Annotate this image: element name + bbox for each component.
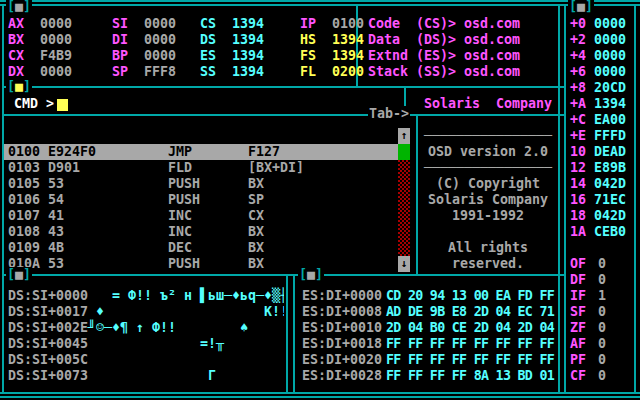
mem-address[interactable]: ES:DI+0008 [302,304,382,320]
stack-value: 042D [594,176,626,192]
flag-value: 0 [598,320,606,336]
reg-value: 0100 [332,16,364,32]
about-rights: reserved. [418,256,558,272]
about-rights: All rights [418,240,558,256]
mem-address[interactable]: DS:SI+005C [8,352,88,368]
stack-offset: +A [570,96,586,112]
border-line [286,274,288,392]
bracket: ] [23,267,31,282]
mem-chars: =!╥ [88,336,224,352]
flag-value: 0 [598,336,606,352]
mem-address[interactable]: ES:DI+0010 [302,320,382,336]
mem-bytes: FF FF FF FF 8A 13 BD 01 [386,368,554,384]
mem-bytes: 2D 04 B0 CE 2D 04 2D 04 [386,320,554,336]
ds-window-menu[interactable]: [■] [6,267,32,282]
stack-offset: 18 [570,208,586,224]
bracket: ] [585,0,593,14]
flag-value: 0 [598,256,606,272]
stack-value: 042D [594,208,626,224]
reg-label: IP [300,16,316,32]
mem-address[interactable]: DS:SI+0017 [8,304,88,320]
scrollbar-thumb[interactable] [398,144,410,160]
stack-value: EA00 [594,112,626,128]
flag-value: 0 [598,352,606,368]
es-window-menu[interactable]: [■] [298,267,324,282]
segment-map-line: Data (DS)> osd.com [368,32,520,48]
stack-value: 0000 [594,64,626,80]
flag-label: SF [570,304,586,320]
stack-offset: 1A [570,224,586,240]
border-line [564,6,566,392]
mem-address[interactable]: ES:DI+0020 [302,352,382,368]
mem-address[interactable]: DS:SI+0073 [8,368,88,384]
about-version: OSD version 2.0 [418,144,558,160]
stack-value: FFFD [594,128,626,144]
reg-value: 1394 [332,48,364,64]
mem-address[interactable]: ES:DI+0028 [302,368,382,384]
debugger-screen: [■] [■] [■] [■] [■] AX0000SI0000CS1394IP… [0,0,640,400]
stack-value: CEB0 [594,224,626,240]
bracket: [ [299,267,307,282]
mem-chars: ╜☺─♦¶ ↑ Ф!! ♠ [88,320,248,336]
reg-label: HS [300,32,316,48]
bracket: ] [315,267,323,282]
stack-offset: 10 [570,144,586,160]
mem-bytes: FF FF FF FF FF FF FF FF [386,352,554,368]
window-menu-icon: ■ [15,267,23,282]
brand-title: Solaris Company [424,96,552,112]
flag-label: PF [570,352,586,368]
bracket: [ [569,0,577,14]
stack-value: 71EC [594,192,626,208]
mem-bytes: AD DE 9B E8 2D 04 EC 71 [386,304,554,320]
segment-map-line: Code (CS)> osd.com [368,16,520,32]
scrollbar-track[interactable] [398,160,410,256]
window-menu-icon-active: ■ [15,79,23,94]
scroll-down-button[interactable]: ↓ [398,256,410,272]
border-line [558,6,560,392]
bracket: ] [23,79,31,94]
segment-map-line: Stack (SS)> osd.com [368,64,520,80]
reg-value: 0200 [332,64,364,80]
stack-value: 1394 [594,96,626,112]
reg-label: FS [300,48,316,64]
flag-value: 0 [598,304,606,320]
stack-value: 0000 [594,16,626,32]
stack-offset: +E [570,128,586,144]
flag-value: 1 [598,288,606,304]
bracket: [ [7,0,15,14]
stack-value: E89B [594,160,626,176]
stack-offset: 14 [570,176,586,192]
mem-address[interactable]: DS:SI+0000 [8,288,88,304]
mem-address[interactable]: ES:DI+0018 [302,336,382,352]
window-menu-icon: ■ [15,0,23,14]
bracket: [ [7,267,15,282]
mem-address[interactable]: DS:SI+0045 [8,336,88,352]
registers-window-menu[interactable]: [■] [6,0,32,14]
cmd-window-menu[interactable]: [■] [6,79,32,94]
mem-bytes: FF FF FF FF FF FF FF FF [386,336,554,352]
about-separator: ──────────────── [418,160,558,176]
stack-window-menu[interactable]: [■] [568,0,594,14]
stack-value: 0000 [594,48,626,64]
tab-hint: Tab-> [368,106,410,121]
mem-address[interactable]: ES:DI+0000 [302,288,382,304]
about-copyright: (C) Copyright [418,176,558,192]
about-years: 1991-1992 [418,208,558,224]
ds-memory-panel: DS:SI+0000 = Ф!! ъ² н ▌ьш─♦ьq─♦▒╫─♦─ DS:… [0,0,284,400]
mem-chars: ♦ K!! [88,304,284,320]
stack-offset: 12 [570,160,586,176]
border-line [293,274,295,392]
flag-label: DF [570,272,586,288]
stack-offset: +4 [570,48,586,64]
scroll-up-button[interactable]: ↑ [398,128,410,144]
flag-label: CF [570,368,586,384]
stack-offset: +8 [570,80,586,96]
stack-offset: +C [570,112,586,128]
reg-value: 1394 [332,32,364,48]
mem-address[interactable]: DS:SI+002E [8,320,88,336]
about-company: Solaris Company [418,192,558,208]
stack-value: 0000 [594,32,626,48]
flag-label: ZF [570,320,586,336]
mem-chars: = Ф!! ъ² н ▌ьш─♦ьq─♦▒╫─♦─ [88,288,284,304]
flag-label: AF [570,336,586,352]
